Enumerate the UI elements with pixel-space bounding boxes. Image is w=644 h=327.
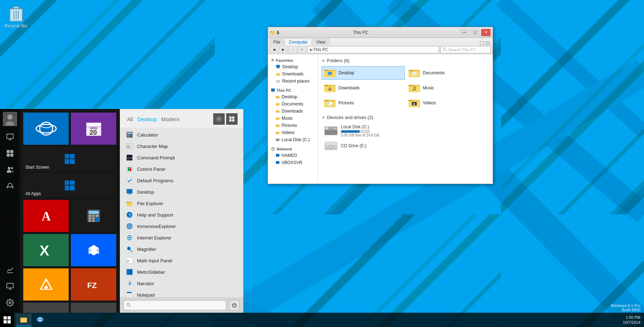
- drive-local-c[interactable]: Local Disk (C:) 5.05 GB free of 14.6 GB: [322, 123, 489, 139]
- close-button[interactable]: ✕: [481, 29, 491, 36]
- sidebar-pictures[interactable]: Pictures: [268, 122, 318, 129]
- tile-dropbox[interactable]: [71, 234, 116, 266]
- app-command-prompt[interactable]: C:\> Command Prompt: [120, 152, 243, 163]
- app-notepad[interactable]: Notepad: [120, 289, 243, 297]
- sidebar-icon-user-group[interactable]: [3, 163, 17, 177]
- maximize-button[interactable]: □: [470, 29, 480, 36]
- address-path-bar[interactable]: ▶ This PC: [307, 46, 439, 53]
- sidebar-icon-chart[interactable]: [3, 263, 17, 277]
- svg-rect-172: [328, 72, 332, 75]
- power-button[interactable]: [229, 300, 240, 311]
- app-narrator[interactable]: Narrator: [120, 278, 243, 289]
- tile-all-apps[interactable]: All Apps: [23, 173, 116, 198]
- app-calculator[interactable]: Calculator: [120, 129, 243, 140]
- sidebar-icon-gear[interactable]: [3, 296, 17, 310]
- app-help-support[interactable]: ? Help and Support: [120, 209, 243, 221]
- svg-rect-148: [272, 91, 274, 92]
- tab-computer[interactable]: Computer: [285, 39, 312, 45]
- sidebar-icon-monitor2[interactable]: [3, 279, 17, 293]
- filter-desktop[interactable]: Desktop: [136, 115, 158, 123]
- folder-videos[interactable]: Videos: [406, 96, 489, 110]
- tab-view[interactable]: View: [312, 39, 330, 45]
- taskbar-clock[interactable]: 1:50 PM 10/7/2014: [623, 315, 640, 325]
- filter-modern[interactable]: Modern: [160, 115, 181, 123]
- sidebar-recent-places[interactable]: Recent places: [268, 78, 318, 85]
- drive-cd-e[interactable]: CD Drive (E:): [322, 139, 489, 153]
- drive-e-info: CD Drive (E:): [341, 143, 487, 148]
- folder-documents[interactable]: Documents: [406, 66, 489, 80]
- tab-file[interactable]: File: [269, 39, 284, 45]
- sidebar-this-pc-header[interactable]: This PC: [268, 88, 318, 93]
- tile-internet-explorer[interactable]: [23, 113, 69, 145]
- taskbar-file-manager[interactable]: [16, 313, 31, 326]
- sidebar-hamed[interactable]: HAMED: [268, 152, 318, 159]
- sidebar-icon-headset[interactable]: [3, 179, 17, 193]
- app-math-input[interactable]: ∫√ Math Input Panel: [120, 255, 243, 266]
- sidebar-favorites-header[interactable]: ★ Favorites: [268, 57, 318, 63]
- app-magnifier[interactable]: Magnifier: [120, 243, 243, 255]
- app-file-explorer[interactable]: File Explorer: [120, 198, 243, 209]
- sidebar-videos[interactable]: Videos: [268, 129, 318, 136]
- folder-pictures[interactable]: Pictures: [322, 96, 405, 110]
- sidebar-downloads-fav[interactable]: Downloads: [268, 70, 318, 78]
- sidebar-vboxsvr[interactable]: VBOXSVR: [268, 159, 318, 166]
- minimize-button[interactable]: ─: [460, 29, 469, 36]
- tile-calculator[interactable]: [71, 200, 116, 232]
- taskbar-start-button[interactable]: [0, 313, 14, 327]
- app-desktop[interactable]: Desktop: [120, 186, 243, 198]
- app-metro-sidebar[interactable]: MetroSidebar: [120, 266, 243, 278]
- tile-placeholder-1[interactable]: [23, 303, 69, 313]
- tile-placeholder-2[interactable]: [71, 303, 116, 313]
- tile-start-screen[interactable]: Start Screen: [23, 147, 116, 171]
- sidebar-icon-monitor[interactable]: [3, 130, 17, 144]
- recent-locations-button[interactable]: [298, 46, 306, 53]
- sidebar-local-disk[interactable]: Local Disk (C:): [268, 136, 318, 143]
- app-control-panel[interactable]: Control Panel: [120, 163, 243, 175]
- app-default-programs[interactable]: Default Programs: [120, 175, 243, 186]
- apps-view-button[interactable]: [226, 113, 238, 125]
- back-button[interactable]: ◀: [270, 46, 278, 53]
- folder-desktop[interactable]: Desktop: [322, 66, 405, 80]
- recycle-bin[interactable]: Recycle Bin: [4, 4, 29, 29]
- app-internet-explorer[interactable]: Internet Explorer: [120, 232, 243, 243]
- svg-rect-168: [277, 164, 278, 164]
- window-ribbon: File Computer View ? ◀ ▶ ↑: [268, 38, 493, 54]
- folder-downloads[interactable]: Downloads: [322, 81, 405, 95]
- app-character-map[interactable]: Ω Character Map: [120, 140, 243, 152]
- math-input-icon: ∫√: [126, 257, 133, 264]
- apps-header-actions: [213, 113, 238, 125]
- app-name-magnifier: Magnifier: [137, 247, 156, 252]
- sidebar-network-header[interactable]: Network: [268, 146, 318, 152]
- forward-button[interactable]: ▶: [279, 46, 287, 53]
- search-box[interactable]: [123, 300, 226, 310]
- folder-music[interactable]: Music: [406, 81, 489, 95]
- tile-excel[interactable]: X: [23, 234, 69, 266]
- folder-pictures-icon: [276, 124, 279, 127]
- tile-filezilla[interactable]: FZ: [71, 268, 116, 301]
- search-input-bar[interactable]: Search This PC: [440, 46, 491, 53]
- sidebar-music[interactable]: Music: [268, 115, 318, 122]
- up-button[interactable]: ↑: [289, 46, 297, 53]
- svg-rect-147: [271, 89, 275, 91]
- app-name-math-input: Math Input Panel: [137, 258, 172, 263]
- notepad-icon: [126, 291, 133, 297]
- sidebar-downloads-thispc[interactable]: Downloads: [268, 108, 318, 115]
- calc-tile-icon: [86, 208, 102, 224]
- app-immersive-explorer[interactable]: ImmersiveExplorer: [120, 221, 243, 232]
- apps-settings-button[interactable]: [213, 113, 225, 125]
- sidebar-documents[interactable]: Documents: [268, 100, 318, 108]
- sidebar-this-pc-desktop[interactable]: Desktop: [268, 93, 318, 100]
- filter-all[interactable]: All: [126, 115, 135, 123]
- svg-rect-190: [324, 100, 328, 101]
- tile-calendar[interactable]: MON 20: [71, 113, 116, 145]
- user-icon[interactable]: [3, 112, 17, 126]
- tile-acrobat[interactable]: A: [23, 200, 69, 232]
- svg-rect-55: [96, 217, 99, 222]
- metro-sidebar-icon: [126, 268, 133, 276]
- sidebar-icon-grid[interactable]: [3, 146, 17, 160]
- sidebar-desktop[interactable]: Desktop: [268, 63, 318, 70]
- drives-section-title: Devices and drives (2): [322, 115, 489, 120]
- taskbar-ie[interactable]: [32, 313, 48, 326]
- svg-rect-68: [229, 117, 231, 119]
- tile-vlc[interactable]: [23, 268, 69, 301]
